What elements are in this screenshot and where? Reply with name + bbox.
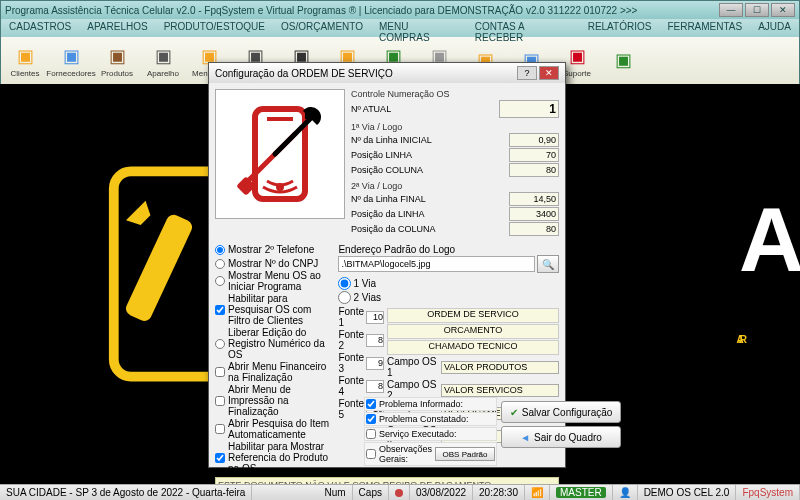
fonte-label: Fonte 4 bbox=[338, 375, 364, 397]
campo-input[interactable] bbox=[441, 361, 559, 374]
menu-os/orçamento[interactable]: OS/ORÇAMENTO bbox=[273, 19, 371, 37]
check-1[interactable] bbox=[366, 414, 376, 424]
campo-label: Campo OS 1 bbox=[387, 356, 439, 378]
menu-ferramentas[interactable]: FERRAMENTAS bbox=[659, 19, 750, 37]
check-1-label: Problema Constatado: bbox=[379, 414, 495, 424]
config-dialog: Configuração da ORDEM DE SERVIÇO ? ✕ Con… bbox=[208, 62, 566, 468]
obs-padrao-button[interactable]: OBS Padrão bbox=[435, 447, 495, 461]
status-dot-icon bbox=[395, 489, 403, 497]
status-brand: FpqSystem bbox=[736, 485, 800, 500]
pos-col1-input[interactable] bbox=[509, 163, 559, 177]
path-label: Endereço Padrão do Logo bbox=[338, 244, 559, 255]
natual-input[interactable] bbox=[499, 100, 559, 118]
toolbar-clientes[interactable]: ▣Clientes bbox=[3, 39, 47, 82]
dialog-title: Configuração da ORDEM DE SERVIÇO bbox=[215, 68, 393, 79]
toolbar-produtos[interactable]: ▣Produtos bbox=[95, 39, 139, 82]
check-3-label: Observações Gerais: bbox=[379, 444, 432, 464]
toolbar-aparelho[interactable]: ▣Aparelho bbox=[141, 39, 185, 82]
dialog-titlebar: Configuração da ORDEM DE SERVIÇO ? ✕ bbox=[209, 63, 565, 83]
svg-rect-4 bbox=[267, 117, 293, 121]
exit-label: Sair do Quadro bbox=[534, 432, 602, 443]
toolbar-fornecedores[interactable]: ▣Fornecedores bbox=[49, 39, 93, 82]
pos-col1-label: Posição COLUNA bbox=[351, 165, 509, 175]
pos-linha2-label: Posição da LINHA bbox=[351, 209, 509, 219]
logo-preview bbox=[215, 89, 345, 219]
status-num: Num bbox=[318, 485, 352, 500]
radio-0-label: Mostrar 2º Telefone bbox=[228, 244, 314, 255]
browse-button[interactable]: 🔍 bbox=[537, 255, 559, 273]
exit-button[interactable]: ◄Sair do Quadro bbox=[501, 426, 621, 448]
dialog-help-button[interactable]: ? bbox=[517, 66, 537, 80]
save-button[interactable]: ✔Salvar Configuração bbox=[501, 401, 621, 423]
radio-2vias[interactable] bbox=[338, 291, 351, 304]
check-0-label: Problema Informado: bbox=[379, 399, 495, 409]
dialog-close-button[interactable]: ✕ bbox=[539, 66, 559, 80]
save-label: Salvar Configuração bbox=[522, 407, 613, 418]
opt-1[interactable] bbox=[215, 259, 225, 269]
brand-text: A..AR bbox=[739, 204, 800, 348]
section-orcamento[interactable]: ORCAMENTO bbox=[387, 324, 559, 339]
menu-aparelhos[interactable]: APARELHOS bbox=[79, 19, 155, 37]
check-0[interactable] bbox=[366, 399, 376, 409]
pos-linha2-input[interactable] bbox=[509, 207, 559, 221]
opt-5[interactable] bbox=[215, 367, 225, 377]
close-button[interactable]: ✕ bbox=[771, 3, 795, 17]
check-3[interactable] bbox=[366, 449, 376, 459]
menu-ajuda[interactable]: AJUDA bbox=[750, 19, 799, 37]
opt-8[interactable] bbox=[215, 453, 225, 463]
opt-6-label: Abrir Menu de Impressão na Finalização bbox=[228, 384, 332, 417]
pos-col2-label: Posição da COLUNA bbox=[351, 224, 509, 234]
section-ordem-de-servico[interactable]: ORDEM DE SERVICO bbox=[387, 308, 559, 323]
window-title: Programa Assistência Técnica Celular v2.… bbox=[5, 5, 637, 16]
status-master: MASTER bbox=[556, 487, 606, 498]
opt-5-label: Abrir Menu Financeiro na Finalização bbox=[228, 361, 332, 383]
linha-ini-label: Nº da Linha INICIAL bbox=[351, 135, 509, 145]
linha-fim-input[interactable] bbox=[509, 192, 559, 206]
menu-produto/estoque[interactable]: PRODUTO/ESTOQUE bbox=[156, 19, 273, 37]
menu-relatórios[interactable]: RELATÓRIOS bbox=[580, 19, 660, 37]
via-b-label: 2 Vias bbox=[353, 292, 381, 303]
statusbar: SUA CIDADE - SP 3 de Agosto de 2022 - Qu… bbox=[0, 484, 800, 500]
via2-label: 2ª Via / Logo bbox=[351, 181, 559, 191]
menu-contas a receber[interactable]: CONTAS A RECEBER bbox=[467, 19, 580, 37]
fonte-label: Fonte 5 bbox=[338, 398, 364, 420]
minimize-button[interactable]: — bbox=[719, 3, 743, 17]
fonte-input[interactable] bbox=[366, 357, 384, 370]
pos-col2-input[interactable] bbox=[509, 222, 559, 236]
linha-ini-input[interactable] bbox=[509, 133, 559, 147]
opt-3[interactable] bbox=[215, 305, 225, 315]
natual-label: Nº ATUAL bbox=[351, 104, 499, 114]
menu-cadastros[interactable]: CADASTROS bbox=[1, 19, 79, 37]
opt-1-label: Mostrar Nº do CNPJ bbox=[228, 258, 318, 269]
status-caps: Caps bbox=[353, 485, 389, 500]
linha-fim-label: Nº da Linha FINAL bbox=[351, 194, 509, 204]
fonte-label: Fonte 3 bbox=[338, 352, 364, 374]
opt-8-label: Habilitar para Mostrar Referencia do Pro… bbox=[228, 441, 332, 474]
logo-path-input[interactable] bbox=[338, 256, 535, 272]
opt-4-label: Liberar Edição do Registro Numérico da O… bbox=[228, 327, 332, 360]
fonte-input[interactable] bbox=[366, 311, 384, 324]
opt-3-label: Habilitar para Pesquisar OS com Filtro d… bbox=[228, 293, 332, 326]
radio-mostrar-tel[interactable] bbox=[215, 245, 225, 255]
fonte-input[interactable] bbox=[366, 380, 384, 393]
opt-2-label: Mostrar Menu OS ao Iniciar Programa bbox=[228, 270, 332, 292]
toolbar-button[interactable]: ▣ bbox=[601, 39, 645, 82]
opt-7-label: Abrir Pesquisa do Item Automaticamente bbox=[228, 418, 332, 440]
section-chamado-tecnico[interactable]: CHAMADO TECNICO bbox=[387, 340, 559, 355]
opt-2[interactable] bbox=[215, 276, 225, 286]
opt-6[interactable] bbox=[215, 396, 225, 406]
menu-menu compras[interactable]: MENU COMPRAS bbox=[371, 19, 467, 37]
pos-linha1-label: Posição LINHA bbox=[351, 150, 509, 160]
opt-7[interactable] bbox=[215, 424, 225, 434]
menubar: CADASTROSAPARELHOSPRODUTO/ESTOQUEOS/ORÇA… bbox=[1, 19, 799, 37]
check-2[interactable] bbox=[366, 429, 376, 439]
fonte-input[interactable] bbox=[366, 334, 384, 347]
radio-1via[interactable] bbox=[338, 277, 351, 290]
opt-4[interactable] bbox=[215, 339, 225, 349]
pos-linha1-input[interactable] bbox=[509, 148, 559, 162]
fonte-label: Fonte 1 bbox=[338, 306, 364, 328]
maximize-button[interactable]: ☐ bbox=[745, 3, 769, 17]
titlebar: Programa Assistência Técnica Celular v2.… bbox=[1, 1, 799, 19]
via1-label: 1ª Via / Logo bbox=[351, 122, 559, 132]
status-time: 20:28:30 bbox=[473, 485, 525, 500]
